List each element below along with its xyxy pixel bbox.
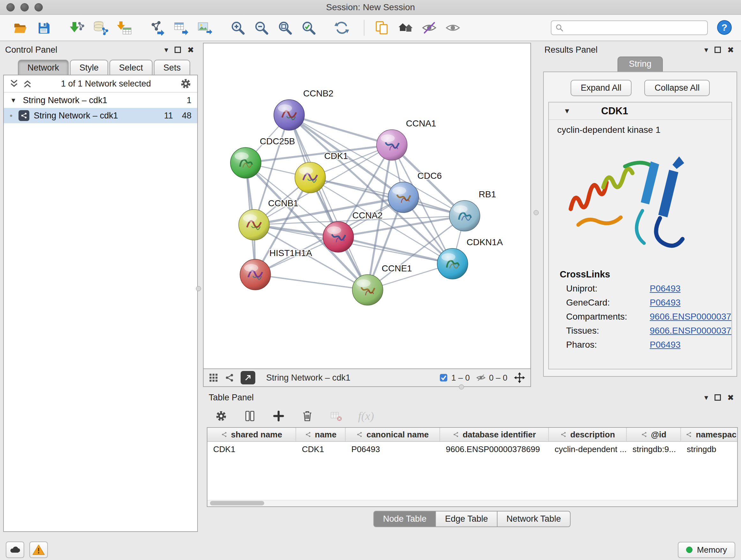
copy-document-button[interactable]: [370, 17, 394, 38]
maximize-panel-icon[interactable]: [715, 47, 721, 53]
splitter-handle[interactable]: [534, 210, 539, 215]
hide-annotations-button[interactable]: [417, 17, 441, 38]
table-cell[interactable]: P06493: [346, 444, 440, 454]
tab-edge-table[interactable]: Edge Table: [435, 511, 497, 527]
detach-view-button[interactable]: [241, 371, 255, 384]
close-panel-icon[interactable]: ✖: [727, 45, 734, 55]
import-table-file-button[interactable]: [112, 17, 136, 38]
control-tab-network[interactable]: Network: [18, 60, 69, 75]
open-session-button[interactable]: [8, 17, 32, 38]
window-close-button[interactable]: [6, 3, 15, 11]
network-node-HIST1H1A[interactable]: [240, 259, 271, 290]
cloud-status-button[interactable]: [6, 542, 24, 558]
column-header-canonical-name[interactable]: canonical name: [346, 428, 440, 441]
float-panel-icon[interactable]: ▾: [164, 45, 168, 54]
zoom-out-button[interactable]: [250, 17, 273, 38]
window-zoom-button[interactable]: [35, 3, 43, 11]
apply-layout-button[interactable]: [330, 17, 354, 38]
show-columns-button[interactable]: [243, 409, 257, 423]
float-panel-icon[interactable]: ▾: [704, 393, 708, 402]
network-node-CCNB1[interactable]: [239, 209, 269, 240]
control-tab-sets[interactable]: Sets: [154, 60, 190, 75]
table-cell[interactable]: 9606.ENSP00000378699: [440, 444, 549, 454]
collapse-caret-icon[interactable]: ▼: [563, 107, 570, 115]
control-tab-style[interactable]: Style: [70, 60, 108, 75]
column-header-name[interactable]: name: [296, 428, 346, 441]
network-row-selected[interactable]: ● String Network – cdk1 11 48: [4, 108, 197, 123]
network-node-CDC6[interactable]: [388, 182, 419, 212]
maximize-panel-icon[interactable]: [715, 394, 721, 401]
zoom-in-button[interactable]: [226, 17, 250, 38]
table-row[interactable]: CDK1CDK1P064939606.ENSP00000378699cyclin…: [207, 442, 737, 456]
network-node-CCNA2[interactable]: [323, 222, 354, 252]
tab-network-table[interactable]: Network Table: [497, 511, 570, 527]
selected-checkbox-icon[interactable]: [439, 373, 448, 382]
column-header-database-identifier[interactable]: database identifier: [440, 428, 549, 441]
hidden-eye-icon[interactable]: [476, 373, 486, 382]
maximize-panel-icon[interactable]: [175, 47, 181, 53]
float-panel-icon[interactable]: ▾: [704, 45, 708, 54]
warnings-button[interactable]: [29, 542, 48, 558]
expand-all-button[interactable]: Expand All: [570, 80, 632, 96]
crosslink-link[interactable]: P06493: [650, 298, 681, 308]
table-cell[interactable]: CDK1: [207, 444, 296, 454]
search-input[interactable]: [567, 23, 703, 33]
home-pages-button[interactable]: [394, 17, 417, 38]
import-network-database-button[interactable]: [89, 17, 112, 38]
create-column-button[interactable]: [272, 409, 285, 423]
collapse-all-button[interactable]: [9, 78, 19, 89]
table-options-button[interactable]: [214, 409, 228, 423]
export-table-button[interactable]: [169, 17, 193, 38]
import-network-file-button[interactable]: [65, 17, 89, 38]
network-options-button[interactable]: [179, 77, 192, 90]
network-node-CCNE1[interactable]: [352, 274, 383, 305]
delete-table-button[interactable]: [329, 409, 343, 423]
network-node-CCNA1[interactable]: [377, 130, 407, 160]
table-cell[interactable]: stringdb: [681, 444, 738, 454]
edge-CCNB2-CCNE1[interactable]: [289, 115, 367, 290]
column-header--id[interactable]: @id: [627, 428, 681, 441]
close-panel-icon[interactable]: ✖: [727, 393, 734, 402]
expand-all-button[interactable]: [22, 78, 32, 89]
table-horizontal-scrollbar[interactable]: [207, 500, 737, 506]
edge-HIST1H1A-CCNE1[interactable]: [255, 274, 367, 290]
column-header-namespac[interactable]: namespac: [681, 428, 738, 441]
function-builder-button[interactable]: f(x): [358, 409, 374, 423]
network-canvas[interactable]: CCNB2CCNA1CDC25BCDK1CDC6RB1CCNB1CCNA2CDK…: [203, 43, 531, 369]
tab-string[interactable]: String: [617, 57, 663, 71]
table-cell[interactable]: stringdb:9...: [627, 444, 681, 454]
protein-card-header[interactable]: ▼ CDK1: [549, 103, 731, 120]
control-tab-select[interactable]: Select: [110, 60, 152, 75]
tree-caret-icon[interactable]: ▼: [10, 97, 17, 104]
collapse-all-button[interactable]: Collapse All: [644, 80, 710, 96]
table-cell[interactable]: cyclin-dependent ...: [549, 444, 627, 454]
splitter-handle[interactable]: [459, 384, 464, 389]
save-session-button[interactable]: [32, 17, 56, 38]
network-node-CDC25B[interactable]: [230, 147, 261, 178]
network-view-share-button[interactable]: [225, 373, 234, 382]
scrollbar-thumb[interactable]: [210, 501, 264, 505]
new-network-button[interactable]: [145, 17, 169, 38]
birds-eye-view-button[interactable]: [209, 373, 218, 382]
network-node-CDKN1A[interactable]: [437, 248, 468, 279]
memory-button[interactable]: Memory: [678, 542, 735, 558]
network-node-CCNB2[interactable]: [274, 100, 305, 130]
crosslink-link[interactable]: P06493: [650, 284, 681, 294]
network-node-RB1[interactable]: [449, 200, 480, 231]
zoom-selected-button[interactable]: [297, 17, 320, 38]
search-box[interactable]: [551, 20, 708, 35]
tab-node-table[interactable]: Node Table: [374, 511, 436, 527]
network-node-CDK1[interactable]: [295, 162, 326, 193]
column-header-shared-name[interactable]: shared name: [207, 428, 296, 441]
show-annotations-button[interactable]: [441, 17, 465, 38]
pan-mode-button[interactable]: [514, 372, 525, 383]
splitter-handle[interactable]: [196, 286, 201, 291]
zoom-fit-button[interactable]: [273, 17, 297, 38]
crosslink-link[interactable]: P06493: [650, 340, 681, 350]
table-cell[interactable]: CDK1: [296, 444, 346, 454]
help-button[interactable]: ?: [716, 19, 733, 36]
close-panel-icon[interactable]: ✖: [187, 45, 194, 55]
window-minimize-button[interactable]: [20, 3, 29, 11]
delete-column-button[interactable]: [300, 409, 314, 423]
network-collection-row[interactable]: ▼ String Network – cdk1 1: [4, 92, 197, 108]
